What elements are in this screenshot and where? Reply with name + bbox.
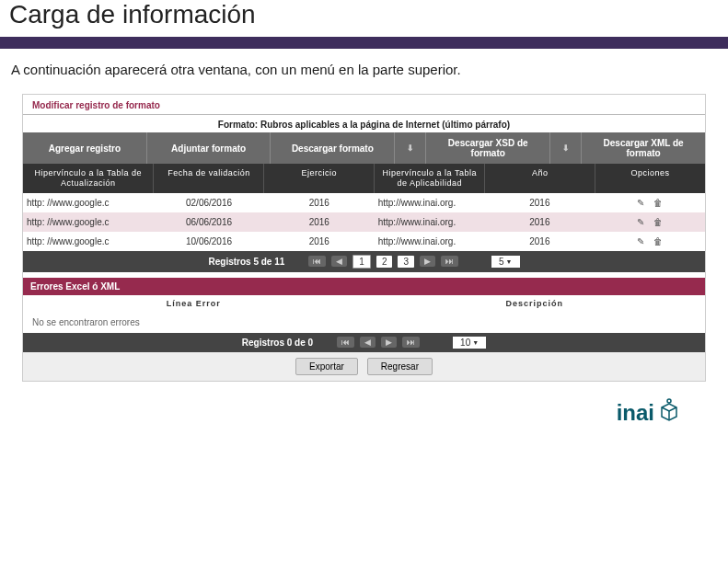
table-header: Hipervínculo a la Tabla de Actualización… [23,164,705,193]
edit-icon[interactable]: ✎ [637,236,644,246]
download-format-button[interactable]: Descargar formato [271,132,395,164]
divider [23,114,705,115]
header-underline [0,37,728,48]
slide-header: Carga de información [0,0,728,49]
export-button[interactable]: Exportar [295,358,358,375]
attach-format-button[interactable]: Adjuntar formato [147,132,272,164]
errors-empty: No se encontraron errores [23,312,705,333]
pager-page[interactable]: 1 [352,255,371,269]
download-icon[interactable]: ⬇ [395,132,426,164]
section-title: Modificar registro de formato [23,95,705,112]
col-header: Año [485,164,595,193]
footer-logo: inai [0,382,728,428]
cell-date: 06/06/2016 [154,212,264,232]
action-bar: Exportar Regresar [23,352,705,381]
col-header: Hipervínculo a la Tabla de Actualización [23,164,154,193]
svg-point-0 [667,399,671,403]
col-header: Hipervínculo a la Tabla de Aplicabilidad [375,164,485,193]
cell-year: 2016 [484,232,595,251]
table-row: http: //www.google.c 06/06/2016 2016 htt… [23,212,705,232]
cell-link[interactable]: http://www.inai.org. [375,193,485,212]
delete-icon[interactable]: 🗑 [653,236,663,246]
pager-page[interactable]: 3 [398,256,414,268]
delete-icon[interactable]: 🗑 [653,198,663,208]
cell-link[interactable]: http: //www.google.c [23,232,154,251]
pager-prev-button[interactable]: ◀ [360,337,376,348]
pager-main: Registros 5 de 11 ⏮ ◀ 1 2 3 ▶ ⏭ 5 ▼ [23,251,705,272]
cell-link[interactable]: http: //www.google.c [23,212,154,232]
download-xsd-button[interactable]: Descargar XSD de formato [426,132,550,164]
cell-options: ✎ 🗑 [595,232,705,251]
app-window: Modificar registro de formato Formato: R… [22,94,706,382]
pager-next-button[interactable]: ▶ [381,337,397,348]
col-header: Opciones [595,164,705,193]
pager-label: Registros 0 de 0 [242,338,313,348]
cell-year: 2016 [484,193,595,212]
pager-first-button[interactable]: ⏮ [308,256,326,267]
cell-date: 10/06/2016 [154,232,264,251]
toolbar: Agregar registro Adjuntar formato Descar… [23,132,705,164]
errors-col: Línea Error [23,295,364,312]
download-xml-button[interactable]: Descargar XML de formato [582,132,705,164]
pager-size-select[interactable]: 5 ▼ [491,256,520,268]
errors-header: Línea Error Descripción [23,295,705,312]
chevron-down-icon: ▼ [506,258,513,265]
cell-year: 2016 [264,212,375,232]
pager-last-button[interactable]: ⏭ [402,337,420,348]
pager-page[interactable]: 2 [376,256,393,268]
cell-options: ✎ 🗑 [595,193,705,212]
table-row: http: //www.google.c 10/06/2016 2016 htt… [23,232,705,251]
pager-prev-button[interactable]: ◀ [331,256,347,267]
cell-year: 2016 [264,193,375,212]
edit-icon[interactable]: ✎ [637,217,644,227]
cell-year: 2016 [264,232,375,251]
errors-col: Descripción [364,295,706,312]
back-button[interactable]: Regresar [367,358,433,375]
edit-icon[interactable]: ✎ [637,198,644,208]
chevron-down-icon: ▼ [472,339,479,346]
cell-options: ✎ 🗑 [595,212,705,232]
errors-title: Errores Excel ó XML [23,278,705,295]
logo-cube-icon [658,398,680,428]
page-title: Carga de información [0,0,728,37]
cell-link[interactable]: http://www.inai.org. [375,212,485,232]
page-subtitle: A continuación aparecerá otra ventana, c… [0,49,728,94]
delete-icon[interactable]: 🗑 [653,217,663,227]
cell-link[interactable]: http: //www.google.c [23,193,154,212]
pager-first-button[interactable]: ⏮ [337,337,354,348]
format-label: Formato: Rubros aplicables a la página d… [23,117,705,132]
pager-next-button[interactable]: ▶ [420,256,435,267]
cell-date: 02/06/2016 [154,193,264,212]
table-row: http: //www.google.c 02/06/2016 2016 htt… [23,193,705,212]
cell-year: 2016 [484,212,595,232]
pager-label: Registros 5 de 11 [209,257,285,267]
pager-last-button[interactable]: ⏭ [441,256,458,267]
download-icon[interactable]: ⬇ [550,132,582,164]
col-header: Ejercicio [264,164,375,193]
col-header: Fecha de validación [154,164,264,193]
add-record-button[interactable]: Agregar registro [23,132,147,164]
logo-text: inai [617,400,654,426]
pager-errors: Registros 0 de 0 ⏮ ◀ ▶ ⏭ 10 ▼ [23,333,705,352]
cell-link[interactable]: http://www.inai.org. [375,232,485,251]
pager-size-select[interactable]: 10 ▼ [453,337,486,349]
